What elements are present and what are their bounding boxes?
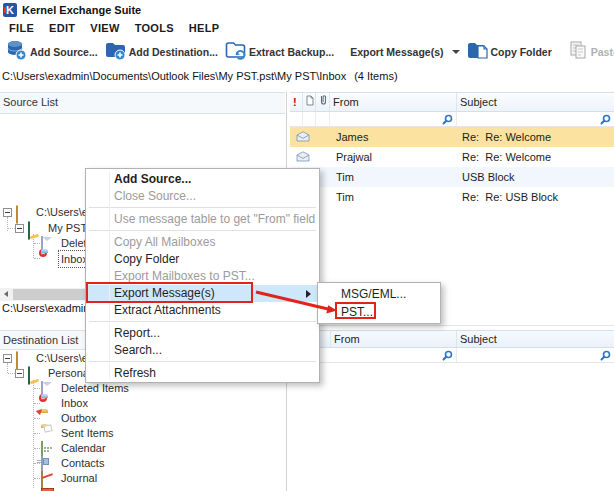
export-messages-submenu: MSG/EML... PST... bbox=[317, 282, 441, 324]
destination-table: From Subject bbox=[290, 330, 614, 491]
add-destination-label: Add Destination... bbox=[129, 46, 218, 58]
submenu-item-msg-eml[interactable]: MSG/EML... bbox=[318, 285, 440, 303]
destination-tree-item-label: Contacts bbox=[61, 455, 104, 471]
importance-column-header[interactable]: ! bbox=[290, 93, 303, 111]
folder-add-icon bbox=[104, 39, 126, 65]
subject-filter-cell[interactable] bbox=[457, 112, 614, 126]
collapse-expander-icon[interactable] bbox=[15, 369, 24, 378]
database-add-icon bbox=[5, 39, 27, 65]
paste-button[interactable]: Paste... bbox=[568, 40, 614, 64]
export-messages-dropdown[interactable]: Export Message(s) bbox=[350, 46, 459, 58]
submenu-arrow-icon bbox=[306, 290, 311, 298]
folder-copy-icon bbox=[466, 39, 488, 65]
attachment-column-header[interactable] bbox=[316, 93, 330, 111]
destination-tree-item-label: Outbox bbox=[61, 410, 96, 426]
collapse-expander-icon[interactable] bbox=[3, 354, 12, 363]
paperclip-icon bbox=[319, 94, 328, 106]
message-row[interactable]: Prajwal Re: Re: Welcome bbox=[290, 147, 614, 167]
menu-tools[interactable]: TOOLS bbox=[135, 22, 174, 34]
filter-search-icon bbox=[600, 350, 611, 361]
message-from: Tim bbox=[336, 167, 354, 187]
collapse-expander-icon[interactable] bbox=[15, 224, 24, 233]
subject-column-header[interactable]: Subject bbox=[457, 93, 614, 111]
menu-bar: FILE EDIT VIEW TOOLS HELP bbox=[0, 18, 614, 38]
message-table-header: ! From Subject bbox=[290, 92, 614, 112]
filter-cell[interactable] bbox=[316, 112, 330, 126]
message-from: Tim bbox=[336, 187, 354, 207]
message-from: Prajwal bbox=[336, 147, 372, 167]
from-filter-cell[interactable] bbox=[330, 348, 457, 362]
subject-column-header[interactable]: Subject bbox=[457, 331, 614, 347]
add-source-button[interactable]: Add Source... bbox=[5, 39, 98, 65]
open-envelope-icon bbox=[296, 131, 310, 144]
message-row[interactable]: James Re: Re: Welcome bbox=[290, 127, 614, 147]
submenu-item-pst[interactable]: PST... bbox=[318, 303, 440, 321]
destination-tree-mailbox-label: Persona bbox=[48, 365, 89, 381]
extract-backup-label: Extract Backup... bbox=[249, 46, 334, 58]
menu-item-copy-folder[interactable]: Copy Folder bbox=[86, 251, 319, 268]
menu-item-copy-all-mailboxes: Copy All Mailboxes bbox=[86, 234, 319, 251]
item-count: (4 Items) bbox=[354, 70, 397, 82]
destination-table-header: From Subject bbox=[290, 330, 614, 348]
source-path: C:\Users\exadmin\Documents\Outlook Files… bbox=[2, 70, 346, 82]
document-icon bbox=[306, 95, 314, 106]
document-column-header[interactable] bbox=[303, 93, 316, 111]
destination-tree-item-label: Calendar bbox=[61, 440, 106, 456]
from-filter-cell[interactable] bbox=[330, 112, 457, 126]
window-title: Kernel Exchange Suite bbox=[22, 4, 141, 16]
message-from: James bbox=[336, 127, 368, 147]
pane-separator bbox=[290, 325, 614, 326]
extract-backup-button[interactable]: Extract Backup... bbox=[224, 39, 334, 65]
filter-cell[interactable] bbox=[290, 112, 303, 126]
message-subject: Re: Re: Welcome bbox=[462, 147, 551, 167]
source-tree-mailbox-label: My PST bbox=[48, 220, 87, 236]
toolbar: Add Source... Add Destination... Extract… bbox=[0, 38, 614, 66]
menu-view[interactable]: VIEW bbox=[90, 22, 119, 34]
from-column-header[interactable]: From bbox=[330, 331, 457, 347]
menu-item-use-message-table: Use message table to get "From" field bbox=[86, 211, 319, 228]
message-subject: Re: Re: USB Block bbox=[462, 187, 558, 207]
menu-help[interactable]: HELP bbox=[189, 22, 220, 34]
menu-separator bbox=[89, 361, 316, 362]
menu-separator bbox=[89, 207, 316, 208]
menu-item-extract-attachments[interactable]: Extract Attachments bbox=[86, 302, 319, 319]
menu-item-add-source[interactable]: Add Source... bbox=[86, 171, 319, 188]
copy-folder-button[interactable]: Copy Folder bbox=[466, 39, 552, 65]
message-table-filter-row bbox=[290, 112, 614, 127]
filter-search-icon bbox=[442, 114, 453, 125]
paste-label: Paste... bbox=[591, 46, 614, 58]
destination-tree-partial-item[interactable] bbox=[0, 486, 285, 491]
destination-tree-sent-items[interactable]: Sent Items bbox=[0, 425, 285, 441]
menu-separator bbox=[89, 321, 316, 322]
application-window: K Kernel Exchange Suite FILE EDIT VIEW T… bbox=[0, 0, 614, 491]
from-column-header[interactable]: From bbox=[330, 93, 457, 111]
destination-tree-contacts[interactable]: Contacts bbox=[0, 455, 285, 471]
message-subject: USB Block bbox=[462, 167, 515, 187]
destination-table-filter-row bbox=[290, 348, 614, 363]
menu-item-refresh[interactable]: Refresh bbox=[86, 365, 319, 382]
menu-item-search[interactable]: Search... bbox=[86, 342, 319, 359]
subject-filter-cell[interactable] bbox=[457, 348, 614, 362]
filter-cell[interactable] bbox=[303, 112, 316, 126]
menu-edit[interactable]: EDIT bbox=[49, 22, 75, 34]
collapse-expander-icon[interactable] bbox=[3, 208, 12, 217]
source-list-header: Source List bbox=[0, 92, 285, 114]
menu-item-export-mailboxes: Export Mailboxes to PST... bbox=[86, 268, 319, 285]
copy-folder-label: Copy Folder bbox=[491, 46, 552, 58]
filter-search-icon bbox=[600, 114, 611, 125]
destination-tree-item-label: Journal bbox=[61, 470, 97, 486]
source-path-bar: C:\Users\exadmin\Documents\Outlook Files… bbox=[2, 70, 612, 86]
context-menu: Add Source... Close Source... Use messag… bbox=[85, 168, 320, 383]
add-destination-button[interactable]: Add Destination... bbox=[104, 39, 218, 65]
destination-tree-calendar[interactable]: Calendar bbox=[0, 440, 285, 456]
message-row[interactable]: Tim USB Block bbox=[290, 167, 614, 187]
message-row[interactable]: Tim Re: Re: USB Block bbox=[290, 187, 614, 207]
scrollbar-thumb[interactable] bbox=[13, 289, 85, 300]
menu-item-report[interactable]: Report... bbox=[86, 325, 319, 342]
export-messages-label: Export Message(s) bbox=[350, 46, 443, 58]
menu-item-export-messages[interactable]: Export Message(s) bbox=[86, 285, 319, 302]
destination-tree-journal[interactable]: Journal bbox=[0, 470, 285, 486]
message-subject: Re: Re: Welcome bbox=[462, 127, 551, 147]
scroll-left-button[interactable] bbox=[0, 288, 13, 301]
menu-file[interactable]: FILE bbox=[9, 22, 34, 34]
